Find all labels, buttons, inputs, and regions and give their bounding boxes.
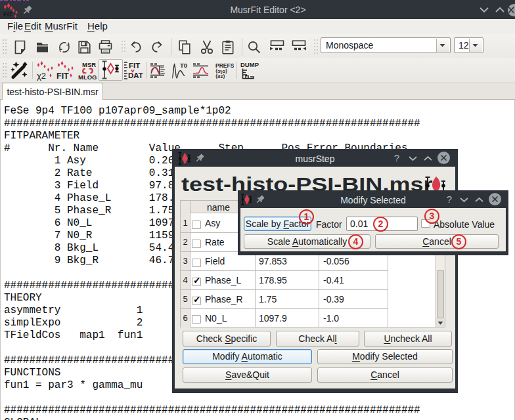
svg-text:FIT: FIT: [129, 62, 140, 70]
svg-text:DAT: DAT: [128, 72, 143, 79]
svg-text:χ2: χ2: [37, 71, 46, 81]
svg-text:DUMP: DUMP: [240, 62, 259, 68]
svg-text:MSR: MSR: [82, 61, 96, 68]
svg-text:FIT: FIT: [56, 72, 69, 81]
svg-text:T0: T0: [180, 62, 187, 69]
svg-text:MLOG: MLOG: [78, 74, 97, 80]
svg-text:⟨ılz⟩: ⟨ılz⟩: [215, 74, 225, 79]
